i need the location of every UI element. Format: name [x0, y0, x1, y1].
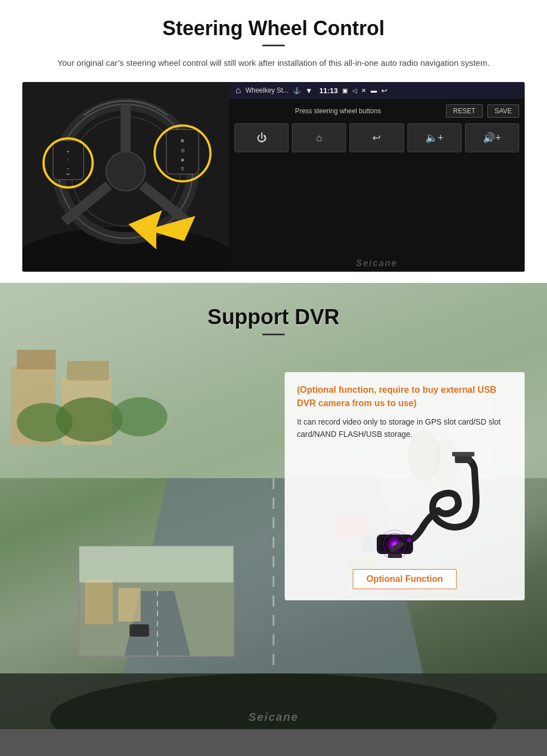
dvr-seicane-watermark: Seicane [248, 711, 299, 724]
steering-btn-vol-up[interactable]: 🔊+ [465, 123, 519, 152]
save-button[interactable]: SAVE [487, 104, 519, 118]
svg-point-5 [106, 152, 145, 191]
svg-text:−: − [66, 166, 69, 171]
steering-buttons-grid: ⏻ ⌂ ↩ 🔈+ 🔊+ [234, 123, 519, 152]
svg-text:↑: ↑ [67, 157, 69, 162]
steering-section: Steering Wheel Control Your original car… [0, 0, 547, 283]
android-camera-icon: ▣ [342, 87, 348, 94]
android-screen-icon: ▬ [371, 87, 377, 94]
steering-image-container: + ↑ − ↩ ⊕ ◎ ◈ ⧖ ⌂ W [22, 82, 525, 272]
steering-title: Steering Wheel Control [22, 17, 525, 40]
title-divider-dvr [262, 334, 285, 335]
steering-wheel-photo: + ↑ − ↩ ⊕ ◎ ◈ ⧖ [22, 82, 229, 272]
android-app-name: Wheelkey St... [246, 86, 289, 94]
svg-rect-26 [67, 361, 109, 381]
dvr-description: It can record video only to storage in G… [297, 416, 512, 441]
dvr-title: Support DVR [0, 305, 547, 329]
title-divider-steering [262, 45, 285, 46]
android-usb-icon: ⚓ [293, 87, 301, 94]
bottom-strip [0, 729, 547, 756]
svg-text:+: + [66, 149, 69, 155]
dvr-optional-text: (Optional function, require to buy exter… [297, 383, 512, 410]
dvr-camera-image [297, 449, 512, 561]
dvr-title-area: Support DVR [0, 283, 547, 346]
svg-rect-45 [85, 580, 113, 624]
android-home-icon: ⌂ [236, 85, 241, 95]
svg-text:◎: ◎ [181, 148, 185, 153]
android-vol-icon: ◁ [352, 87, 357, 94]
power-icon: ⏻ [257, 132, 267, 144]
back-icon: ↩ [372, 132, 381, 144]
optional-function-container: Optional Function [297, 569, 512, 589]
vol-up-icon: 🔊+ [483, 132, 501, 144]
steering-control-bar: Press steering wheel buttons RESET SAVE [234, 104, 519, 118]
steering-btn-power[interactable]: ⏻ [234, 123, 289, 152]
steering-android-ui: ⌂ Wheelkey St... ⚓ ▼ 11:13 ▣ ◁ ✕ ▬ ↩ Pre… [229, 82, 525, 272]
steering-description: Your original car’s steering wheel contr… [22, 56, 525, 70]
home-icon: ⌂ [316, 132, 322, 144]
press-label: Press steering wheel buttons [234, 107, 442, 115]
svg-rect-48 [79, 546, 234, 582]
steering-btn-back[interactable]: ↩ [349, 123, 404, 152]
optional-function-badge: Optional Function [353, 569, 457, 589]
svg-text:◈: ◈ [181, 157, 185, 162]
steering-btn-home[interactable]: ⌂ [292, 123, 346, 152]
svg-text:↩: ↩ [66, 172, 70, 177]
android-topbar: ⌂ Wheelkey St... ⚓ ▼ 11:13 ▣ ◁ ✕ ▬ ↩ [229, 82, 525, 99]
android-wifi-icon: ▼ [305, 86, 313, 95]
svg-text:⧖: ⧖ [181, 166, 184, 171]
dvr-inset-screenshot [78, 545, 234, 657]
svg-text:⊕: ⊕ [180, 138, 185, 143]
svg-rect-24 [17, 350, 56, 369]
svg-rect-46 [118, 588, 141, 622]
vol-down-icon: 🔈+ [425, 132, 444, 144]
android-x-icon: ✕ [361, 87, 366, 94]
seicane-watermark-steering: Seicane [356, 258, 397, 268]
svg-rect-50 [452, 452, 474, 456]
dvr-section: Support DVR (Optional function, require … [0, 283, 547, 729]
android-back-icon: ↩ [381, 86, 387, 95]
svg-rect-47 [129, 624, 149, 637]
android-time: 11:13 [319, 86, 338, 95]
steering-btn-vol-down[interactable]: 🔈+ [407, 123, 462, 152]
dvr-info-card: (Optional function, require to buy exter… [285, 372, 525, 600]
svg-point-29 [112, 397, 167, 436]
android-content: Press steering wheel buttons RESET SAVE … [229, 99, 525, 255]
reset-button[interactable]: RESET [446, 104, 483, 118]
